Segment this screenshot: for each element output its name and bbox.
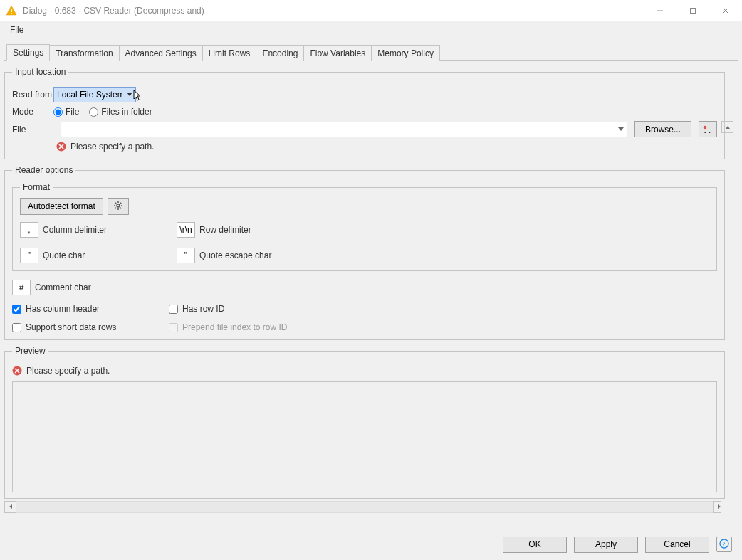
svg-text:•_•: •_• (704, 130, 711, 134)
support-short-data-rows-checkbox[interactable]: Support short data rows (12, 322, 147, 332)
svg-marker-28 (9, 504, 12, 509)
autodetect-settings-button[interactable] (108, 198, 129, 215)
tab-strip: Settings Transformation Advanced Setting… (4, 43, 738, 61)
flow-variable-button[interactable]: •_• (699, 121, 717, 137)
group-format: Format Autodetect format Column delimi (12, 182, 717, 271)
error-icon (56, 142, 66, 152)
tab-advanced-settings[interactable]: Advanced Settings (119, 45, 203, 61)
tab-memory-policy[interactable]: Memory Policy (371, 45, 440, 61)
support-short-data-rows-label: Support short data rows (26, 322, 116, 332)
tab-flow-variables[interactable]: Flow Variables (303, 45, 372, 61)
column-delimiter-input[interactable] (20, 222, 38, 238)
svg-rect-4 (691, 9, 696, 14)
mode-file-label: File (66, 107, 79, 117)
help-button[interactable]: ? (716, 537, 732, 552)
legend-format: Format (20, 182, 53, 192)
row-delimiter-label: Row delimiter (199, 225, 251, 235)
legend-preview: Preview (12, 346, 48, 356)
quote-escape-char-input[interactable] (177, 248, 195, 263)
tab-settings[interactable]: Settings (6, 44, 50, 61)
prepend-file-index-label: Prepend file index to row ID (182, 322, 287, 332)
mode-file-radio[interactable]: File (53, 107, 79, 117)
tab-transformation[interactable]: Transformation (49, 45, 119, 61)
svg-line-23 (120, 202, 121, 203)
mode-label: Mode (12, 107, 53, 117)
has-row-id-label: Has row ID (182, 304, 224, 314)
group-reader-options: Reader options Format Autodetect format (4, 165, 725, 340)
help-icon: ? (719, 539, 729, 551)
error-icon (12, 366, 22, 376)
svg-rect-2 (11, 13, 12, 14)
app-icon (6, 5, 17, 16)
quote-escape-char-label: Quote escape char (199, 250, 271, 260)
has-column-header-checkbox[interactable]: Has column header (12, 304, 147, 314)
comment-char-input[interactable] (12, 280, 31, 295)
row-delimiter-input[interactable] (177, 222, 195, 238)
gear-icon (113, 201, 123, 213)
legend-input-location: Input location (12, 67, 68, 77)
file-label: File (12, 125, 53, 134)
mode-files-in-folder-label: Files in folder (101, 107, 152, 117)
has-column-header-label: Has column header (26, 304, 100, 314)
minimize-button[interactable] (644, 0, 676, 21)
cancel-button[interactable]: Cancel (645, 537, 709, 553)
svg-marker-7 (726, 126, 730, 129)
menu-file[interactable]: File (6, 23, 28, 36)
scroll-left-icon[interactable] (4, 501, 16, 513)
svg-marker-29 (718, 504, 721, 509)
tab-limit-rows[interactable]: Limit Rows (202, 45, 257, 61)
horizontal-scrollbar[interactable] (4, 500, 725, 513)
svg-line-22 (120, 207, 121, 208)
dialog-footer: OK Apply Cancel ? (0, 529, 742, 560)
svg-point-16 (117, 204, 120, 207)
apply-button[interactable]: Apply (574, 537, 638, 553)
quote-char-label: Quote char (43, 250, 85, 260)
tab-encoding[interactable]: Encoding (256, 45, 304, 61)
maximize-button[interactable] (676, 0, 709, 21)
svg-text:?: ? (723, 540, 726, 547)
browse-button[interactable]: Browse... (634, 121, 691, 137)
has-row-id-checkbox[interactable]: Has row ID (169, 304, 354, 314)
mode-files-in-folder-radio[interactable]: Files in folder (89, 107, 152, 117)
svg-line-24 (115, 207, 116, 208)
input-location-error-text: Please specify a path. (70, 142, 154, 152)
svg-point-11 (704, 125, 707, 129)
ok-button[interactable]: OK (503, 537, 567, 553)
read-from-label: Read from (12, 90, 53, 100)
svg-rect-1 (11, 9, 12, 12)
menu-bar: File (0, 21, 742, 38)
file-path-input[interactable] (61, 122, 627, 137)
column-delimiter-label: Column delimiter (43, 225, 107, 235)
autodetect-format-button[interactable]: Autodetect format (20, 198, 103, 215)
comment-char-label: Comment char (35, 282, 91, 292)
preview-table (12, 381, 717, 492)
legend-reader-options: Reader options (12, 165, 75, 175)
title-bar: Dialog - 0:683 - CSV Reader (Decompress … (0, 0, 742, 21)
read-from-select[interactable]: Local File System (53, 87, 136, 102)
svg-line-21 (115, 202, 116, 203)
quote-char-input[interactable] (20, 248, 38, 263)
prepend-file-index-checkbox: Prepend file index to row ID (169, 322, 354, 332)
group-input-location: Input location Read from Local File Syst… (4, 67, 725, 159)
close-button[interactable] (709, 0, 742, 21)
preview-error-text: Please specify a path. (26, 366, 110, 376)
window-title: Dialog - 0:683 - CSV Reader (Decompress … (23, 6, 204, 16)
group-preview: Preview Please specify a path. (4, 346, 725, 499)
